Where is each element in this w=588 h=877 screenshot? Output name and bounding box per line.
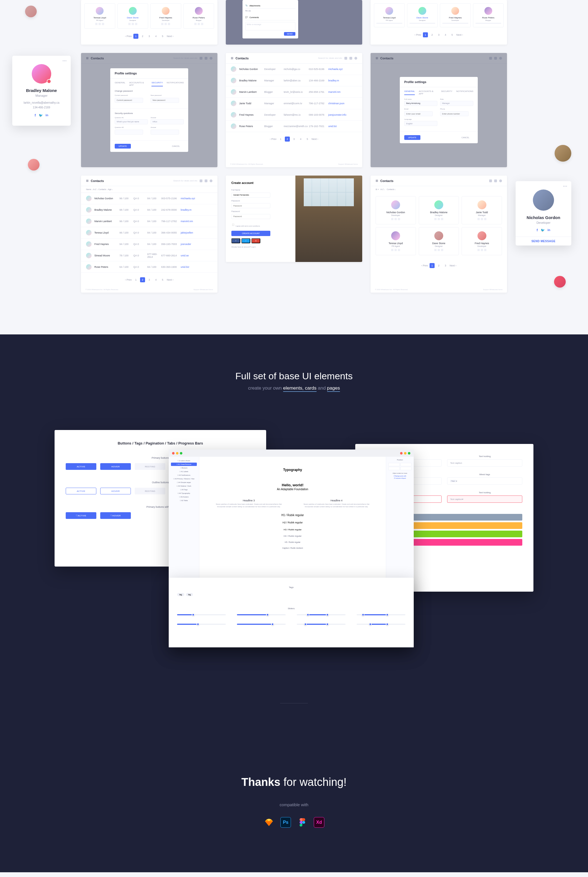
person-card[interactable]: Teresa LloydPR Agent — [376, 227, 416, 255]
layer-item[interactable]: □ A1 GreenPantone — [171, 463, 197, 466]
table-row[interactable]: Sinead Moore78 / 100QA 0677-660-2614677-… — [81, 250, 218, 262]
comments-label: Comments — [249, 17, 259, 18]
contact-row[interactable]: Janie ToddManageremmet@corm.tv796-117-27… — [226, 98, 362, 109]
table-row[interactable]: Nicholas Gordon96 / 100QA 084 / 100003-5… — [81, 193, 218, 204]
resting-button[interactable]: RESTING — [135, 488, 165, 494]
maximize-icon[interactable] — [180, 452, 182, 454]
hover-button[interactable]: HOVER — [100, 488, 131, 494]
password-input[interactable] — [231, 203, 270, 208]
person-card[interactable]: Bradley MaloneDesigner — [419, 196, 459, 224]
twitter-icon[interactable]: 🐦 — [39, 113, 43, 117]
person-card[interactable]: Dave StoneDesigner — [407, 3, 438, 27]
slider[interactable] — [357, 614, 405, 615]
contact-row[interactable]: Nicholas GordonDevelopernichols@ga.co010… — [226, 63, 362, 75]
contact-row[interactable]: Bradley MaloneManagerlarkin@aber.ca134-4… — [226, 75, 362, 86]
slider[interactable] — [237, 624, 286, 625]
minimize-icon[interactable] — [176, 452, 178, 454]
hover-button[interactable]: HOVER — [100, 463, 131, 470]
tab-accounts[interactable]: ACCOUNTS & APP — [129, 81, 147, 86]
slider[interactable] — [237, 614, 286, 615]
person-card[interactable]: Nicholas GordonDeveloper — [376, 196, 416, 224]
layer-item[interactable]: □ A4 Typography — [171, 492, 197, 495]
tab-general[interactable]: GENERAL — [404, 90, 415, 95]
update-button[interactable]: UPDATE — [404, 135, 420, 140]
person-card[interactable]: Fred HaynesDeveloper — [150, 3, 181, 29]
facebook-icon[interactable]: f — [35, 113, 36, 117]
layer-item[interactable]: □ A3 Sidebar / Dark — [171, 484, 197, 488]
table-row[interactable]: Bradley Malone98 / 100QA 084 / 100242-67… — [81, 204, 218, 216]
facebook-icon[interactable]: f — [537, 228, 538, 232]
layer-item[interactable]: □ 2 colors shown — [171, 459, 197, 462]
send-message-button[interactable]: SEND MESSAGE — [516, 236, 571, 245]
slider[interactable] — [357, 624, 405, 625]
twitter-button[interactable]: t — [242, 238, 250, 243]
answer2-input[interactable] — [151, 129, 179, 135]
question2-input[interactable] — [115, 129, 143, 135]
active-button[interactable]: ACTIVE — [66, 463, 96, 470]
table-row[interactable]: Fred Haynes94 / 100QA 084 / 100099-193-7… — [81, 239, 218, 250]
person-card[interactable]: Fred HaynesDeveloper — [440, 3, 471, 27]
tab-general[interactable]: GENERAL — [115, 81, 125, 86]
hover-icon-button[interactable]: ♡ HOVER — [100, 512, 131, 519]
attachments-label: Attachments — [249, 5, 260, 7]
person-card[interactable]: Rose PetersBlogger — [473, 3, 504, 27]
close-icon[interactable] — [172, 452, 175, 454]
more-icon[interactable]: ••• — [62, 59, 67, 63]
send-button[interactable]: SEND — [284, 32, 296, 36]
person-card[interactable]: Teresa LloydPR Agent — [374, 3, 405, 27]
new-password-input[interactable] — [151, 98, 179, 103]
update-button[interactable]: UPDATE — [115, 144, 131, 149]
person-card[interactable]: Fred HaynesDeveloper — [462, 227, 502, 255]
slider[interactable] — [297, 614, 345, 615]
table-row[interactable]: Marvin Lambert96 / 100QA 084 / 100796-11… — [81, 216, 218, 227]
fullname-input[interactable] — [231, 193, 270, 198]
active-button[interactable]: ACTIVE — [66, 488, 96, 494]
person-card[interactable]: Dave StoneDesigner — [117, 3, 148, 29]
person-card[interactable]: Teresa LloydPR Agent — [84, 3, 115, 29]
slider[interactable] — [177, 614, 226, 615]
tab-accounts[interactable]: ACCOUNTS & APP — [419, 90, 437, 95]
create-account-button[interactable]: CREATE ACCOUNT — [231, 231, 270, 236]
slider[interactable] — [297, 624, 345, 625]
table-row[interactable]: Teresa Lloyd96 / 100QA 084 / 100396-434-… — [81, 227, 218, 239]
current-password-input[interactable] — [115, 98, 143, 103]
tab-security[interactable]: SECURITY — [441, 90, 452, 95]
text-input-error[interactable]: Text caption ▾ — [447, 495, 522, 503]
resting-button[interactable]: RESTING — [135, 463, 165, 470]
section-subtitle: create your own elements, cards and page… — [0, 385, 588, 391]
linkedin-icon[interactable]: in — [548, 228, 550, 232]
person-card[interactable]: Dave StoneDesigner — [419, 227, 459, 255]
layer-item[interactable]: □ A3 Primary / Buttons / Star — [171, 477, 197, 480]
layer-item[interactable]: □ A1 Labels — [171, 470, 197, 473]
layer-item[interactable]: □ A5 Tags — [171, 488, 197, 491]
facebook-button[interactable]: f — [231, 238, 240, 243]
contact-row[interactable]: Rose PetersBloggermezzanine@smith.co179-… — [226, 121, 362, 132]
tags-input[interactable]: Tags ▾ — [447, 477, 522, 484]
tab-notifications[interactable]: NOTIFICATIONS — [167, 81, 184, 86]
email-input[interactable] — [404, 111, 433, 116]
active-icon-button[interactable]: ♡ ACTIVE — [66, 512, 96, 519]
tab-security[interactable]: SECURITY — [152, 81, 163, 86]
linkedin-icon[interactable]: in — [46, 113, 48, 117]
agree-checkbox[interactable] — [232, 224, 234, 226]
more-icon[interactable]: ••• — [563, 185, 567, 188]
contact-row[interactable]: Marvin LambertBloggertevin_kr@weis.io256… — [226, 86, 362, 98]
person-card[interactable]: Rose PetersBlogger — [183, 3, 214, 29]
table-row[interactable]: Rose Peters64 / 100QA 084 / 100630-393-1… — [81, 262, 218, 273]
layer-item[interactable]: □ Buttons — [171, 466, 197, 469]
tab-notifications[interactable]: NOTIFICATIONS — [456, 90, 473, 95]
person-card[interactable]: Janie ToddManager — [462, 196, 502, 224]
layer-item[interactable]: □ A2 Notifications — [171, 474, 197, 477]
google-button[interactable]: G — [251, 238, 260, 243]
text-input[interactable]: Text caption — [447, 459, 522, 466]
layer-item[interactable]: □ A2 Table — [171, 499, 197, 502]
cancel-button[interactable]: CANCEL — [168, 144, 184, 149]
layer-item[interactable]: □ A4 Simple target — [171, 481, 197, 484]
cancel-button[interactable]: CANCEL — [458, 135, 473, 140]
layer-item[interactable]: □ A6 Avatars — [171, 495, 197, 499]
slider[interactable] — [177, 624, 226, 625]
contact-row[interactable]: Fred HaynesDeveloperfaheem@mc.io099-193-… — [226, 109, 362, 121]
password-confirm-input[interactable] — [231, 214, 270, 219]
phone-input[interactable] — [440, 111, 469, 116]
twitter-icon[interactable]: 🐦 — [541, 228, 545, 232]
